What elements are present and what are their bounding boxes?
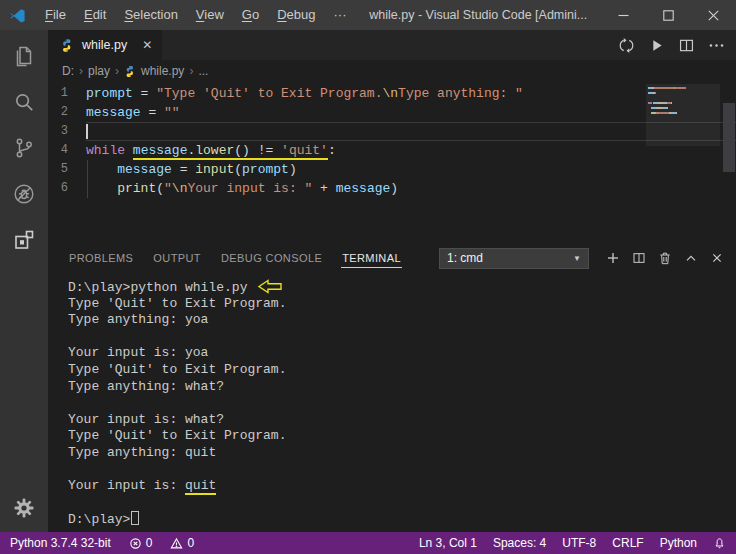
gear-icon (12, 496, 36, 520)
status-cursor-position[interactable]: Ln 3, Col 1 (419, 536, 477, 550)
code-line[interactable]: 6 print("\nYour input is: " + message) (54, 179, 736, 198)
chevron-down-icon: ▼ (573, 254, 581, 263)
code-line-text (86, 122, 736, 141)
menu-selection[interactable]: Selection (115, 0, 186, 30)
maximize-panel-button[interactable] (679, 247, 702, 270)
warning-icon (170, 537, 183, 550)
close-button[interactable] (691, 0, 736, 30)
indent-guide (87, 179, 88, 198)
status-bar: Python 3.7.4 32-bit00 Ln 3, Col 1Spaces:… (0, 532, 736, 554)
status-python-version[interactable]: Python 3.7.4 32-bit (10, 536, 111, 550)
tab-close-icon[interactable]: ✕ (142, 39, 152, 51)
code-editor[interactable]: 1prompt = "Type 'Quit' to Exit Program.\… (48, 82, 736, 242)
panel-tab-problems[interactable]: PROBLEMS (68, 249, 134, 267)
terminal-line: Your input is: yoa (68, 345, 736, 362)
extensions-icon (12, 228, 36, 252)
code-line-text: message = "" (86, 103, 736, 122)
breadcrumb-item[interactable]: while.py (124, 64, 184, 78)
debug-icon (12, 182, 36, 206)
terminal-output[interactable]: D:\play>python while.py Type 'Quit' to E… (48, 274, 736, 532)
menu-more[interactable]: ··· (324, 0, 355, 30)
minimap[interactable] (646, 84, 720, 117)
code-line-text: prompt = "Type 'Quit' to Exit Program.\n… (86, 84, 736, 103)
terminal-line: Type anything: quit (68, 445, 736, 462)
kill-terminal-button[interactable] (653, 247, 676, 270)
terminal-line (68, 462, 736, 479)
line-number: 2 (54, 103, 68, 122)
status-warnings[interactable]: 0 (170, 536, 194, 550)
terminal-line: Type 'Quit' to Exit Program. (68, 296, 736, 313)
status-encoding[interactable]: UTF-8 (562, 536, 596, 550)
code-line[interactable]: 5 message = input(prompt) (54, 160, 736, 179)
window-title: while.py - Visual Studio Code [Admini... (369, 8, 587, 22)
terminal-line: Type anything: what? (68, 379, 736, 396)
minimap-slider[interactable] (646, 84, 720, 146)
menu-file[interactable]: File (36, 0, 75, 30)
breadcrumb-item[interactable]: D: (62, 64, 74, 78)
indent-guide (87, 160, 88, 179)
annotation-arrow-icon (258, 279, 282, 294)
menu-go[interactable]: Go (233, 0, 268, 30)
split-terminal-button[interactable] (627, 247, 650, 270)
breadcrumb-separator-icon: › (110, 64, 124, 78)
editor-scrollbar[interactable] (722, 82, 736, 242)
scrollbar-slider[interactable] (723, 103, 735, 172)
tab-label: while.py (82, 38, 127, 52)
activity-source-control[interactable] (0, 125, 48, 171)
terminal-line: D:\play>python while.py (68, 279, 736, 296)
panel-tab-terminal[interactable]: TERMINAL (341, 249, 402, 268)
code-line[interactable]: 3 (54, 122, 736, 141)
code-line-text: message = input(prompt) (86, 160, 736, 179)
code-line-text: print("\nYour input is: " + message) (86, 179, 736, 198)
menu-view[interactable]: View (187, 0, 233, 30)
code-line[interactable]: 4while message.lower() != 'quit': (54, 141, 736, 160)
code-line[interactable]: 1prompt = "Type 'Quit' to Exit Program.\… (54, 84, 736, 103)
editor-cursor (86, 124, 88, 139)
terminal-line (68, 329, 736, 346)
activity-explorer[interactable] (0, 33, 48, 79)
status-language[interactable]: Python (660, 536, 697, 550)
terminal-line: D:\play> (68, 511, 736, 528)
sync-action[interactable] (614, 33, 638, 57)
run-python-file-action[interactable] (644, 33, 668, 57)
menu-debug[interactable]: Debug (268, 0, 324, 30)
error-icon (129, 537, 142, 550)
terminal-line (68, 495, 736, 512)
terminal-cursor (131, 511, 139, 525)
code-line[interactable]: 2message = "" (54, 103, 736, 122)
vscode-logo-icon (9, 7, 26, 24)
new-terminal-button[interactable] (601, 247, 624, 270)
line-number: 4 (54, 141, 68, 160)
maximize-button[interactable] (646, 0, 691, 30)
breadcrumb-separator-icon: › (74, 64, 88, 78)
code-line-text: while message.lower() != 'quit': (86, 141, 736, 160)
minimize-button[interactable] (601, 0, 646, 30)
terminal-line (68, 395, 736, 412)
bottom-panel: PROBLEMSOUTPUTDEBUG CONSOLETERMINAL 1: c… (48, 242, 736, 532)
terminal-dropdown-value: 1: cmd (447, 251, 483, 265)
breadcrumb-item[interactable]: play (88, 64, 110, 78)
tab-while-py[interactable]: while.py ✕ (48, 30, 162, 60)
explorer-icon (12, 44, 36, 68)
activity-bar (0, 30, 48, 532)
panel-tab-output[interactable]: OUTPUT (152, 249, 202, 267)
terminal-line: Your input is: quit (68, 478, 736, 495)
close-panel-button[interactable] (705, 247, 728, 270)
terminal-line: Type 'Quit' to Exit Program. (68, 428, 736, 445)
more-editor-actions[interactable] (704, 33, 728, 57)
terminal-dropdown[interactable]: 1: cmd ▼ (439, 248, 589, 269)
panel-tab-debug-console[interactable]: DEBUG CONSOLE (220, 249, 323, 267)
status-notifications[interactable] (713, 537, 726, 550)
status-indentation[interactable]: Spaces: 4 (493, 536, 546, 550)
activity-manage[interactable] (0, 484, 48, 532)
terminal-line: Type 'Quit' to Exit Program. (68, 362, 736, 379)
breadcrumb-item[interactable]: ... (198, 64, 208, 78)
status-eol[interactable]: CRLF (612, 536, 643, 550)
status-errors[interactable]: 0 (129, 536, 153, 550)
activity-debug[interactable] (0, 171, 48, 217)
menu-edit[interactable]: Edit (75, 0, 115, 30)
activity-extensions[interactable] (0, 217, 48, 263)
activity-search[interactable] (0, 79, 48, 125)
split-editor-action[interactable] (674, 33, 698, 57)
line-number: 6 (54, 179, 68, 198)
